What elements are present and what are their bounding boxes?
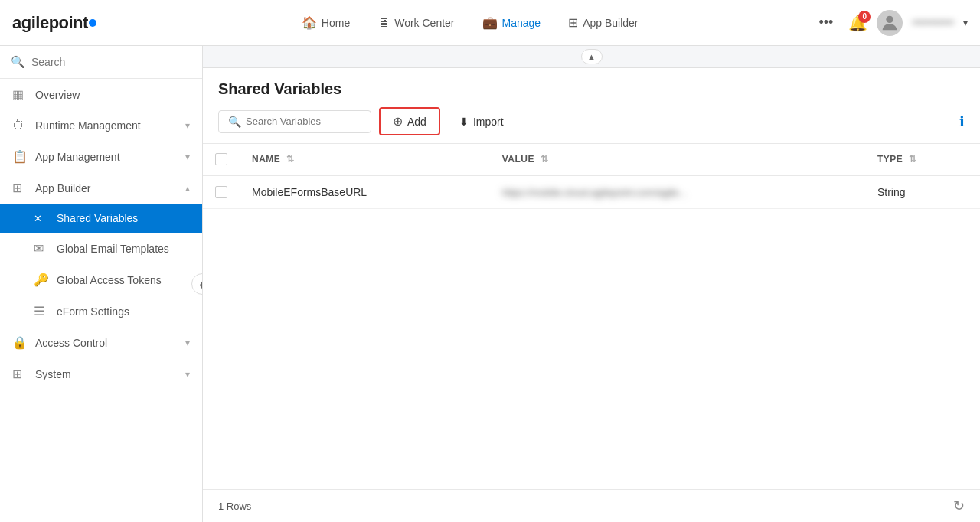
import-button-label: Import bbox=[473, 116, 504, 128]
access-tokens-icon: 🔑 bbox=[34, 272, 49, 287]
sidebar-item-shared-variables[interactable]: ✕ Shared Variables bbox=[0, 204, 202, 233]
user-name[interactable]: •••••••••••• bbox=[912, 17, 954, 28]
table-header-name: NAME ⇅ bbox=[240, 144, 490, 175]
sidebar-item-shared-variables-label: Shared Variables bbox=[57, 212, 190, 224]
variables-table: NAME ⇅ VALUE ⇅ TYPE ⇅ bbox=[203, 144, 980, 209]
notification-button[interactable]: 🔔 0 bbox=[848, 14, 867, 32]
app-layout: 🔍 ▦ Overview ⏱ Runtime Management ▾ 📋 Ap… bbox=[0, 46, 980, 522]
row-name-value: MobileEFormsBaseURL bbox=[252, 186, 367, 198]
access-control-icon: 🔒 bbox=[12, 335, 28, 350]
workcenter-icon: 🖥 bbox=[377, 16, 390, 30]
value-sort-icon[interactable]: ⇅ bbox=[541, 154, 549, 165]
overview-icon: ▦ bbox=[12, 87, 28, 102]
sidebar-item-email-templates-label: Global Email Templates bbox=[57, 243, 190, 255]
main-content: ▲ Shared Variables 🔍 ⊕ Add ⬇ Import ℹ bbox=[203, 46, 980, 522]
nav-items: 🏠 Home 🖥 Work Center 💼 Manage ⊞ App Buil… bbox=[127, 11, 813, 34]
select-all-checkbox[interactable] bbox=[215, 153, 227, 165]
sidebar-item-appmgmt-label: App Management bbox=[35, 151, 178, 163]
nav-manage[interactable]: 💼 Manage bbox=[472, 11, 552, 34]
add-button[interactable]: ⊕ Add bbox=[379, 107, 440, 135]
row-value-blurred: https://mobile.cloud.agilepoint.com/agil… bbox=[502, 187, 687, 198]
row-checkbox[interactable] bbox=[215, 186, 227, 198]
refresh-button[interactable]: ↻ bbox=[953, 498, 965, 514]
sidebar-item-app-builder[interactable]: ⊞ App Builder ▴ bbox=[0, 172, 202, 204]
runtime-expand-icon: ▾ bbox=[185, 120, 190, 131]
type-sort-icon[interactable]: ⇅ bbox=[909, 154, 917, 165]
import-icon: ⬇ bbox=[459, 116, 469, 128]
add-circle-icon: ⊕ bbox=[393, 114, 403, 129]
appbuilder-expand-icon: ▴ bbox=[185, 183, 190, 194]
system-icon: ⊞ bbox=[12, 367, 28, 381]
user-icon bbox=[879, 12, 900, 34]
import-button[interactable]: ⬇ Import bbox=[448, 109, 515, 134]
table-row: MobileEFormsBaseURL https://mobile.cloud… bbox=[203, 175, 980, 209]
collapse-bar: ▲ bbox=[203, 46, 980, 68]
search-box[interactable]: 🔍 bbox=[218, 110, 371, 133]
info-icon[interactable]: ℹ bbox=[959, 113, 965, 130]
nav-appbuilder[interactable]: ⊞ App Builder bbox=[557, 11, 648, 34]
appmgmt-expand-icon: ▾ bbox=[185, 152, 190, 162]
row-type-value: String bbox=[877, 186, 906, 198]
toolbar: 🔍 ⊕ Add ⬇ Import ℹ bbox=[218, 107, 965, 135]
sidebar-search-input[interactable] bbox=[31, 56, 191, 68]
sidebar-item-runtime-management[interactable]: ⏱ Runtime Management ▾ bbox=[0, 110, 202, 141]
sidebar-item-app-management[interactable]: 📋 App Management ▾ bbox=[0, 141, 202, 172]
sidebar-item-access-tokens-label: Global Access Tokens bbox=[57, 274, 190, 286]
svg-point-0 bbox=[887, 15, 893, 22]
logo-dot bbox=[89, 19, 96, 27]
manage-icon: 💼 bbox=[482, 15, 498, 30]
sidebar-item-system-label: System bbox=[35, 368, 178, 380]
nav-appbuilder-label: App Builder bbox=[583, 17, 638, 29]
rows-count: 1 Rows bbox=[218, 501, 251, 512]
page-title: Shared Variables bbox=[218, 80, 965, 98]
sidebar-search-container: 🔍 bbox=[0, 46, 202, 79]
access-control-expand-icon: ▾ bbox=[185, 338, 190, 348]
appbuilder-icon: ⊞ bbox=[568, 15, 578, 30]
row-type-cell: String bbox=[865, 175, 980, 209]
logo-text: agilepoint bbox=[12, 13, 88, 33]
runtime-icon: ⏱ bbox=[12, 119, 28, 132]
nav-home[interactable]: 🏠 Home bbox=[291, 11, 361, 34]
nav-workcenter[interactable]: 🖥 Work Center bbox=[367, 11, 465, 34]
avatar[interactable] bbox=[877, 10, 903, 36]
main-header: Shared Variables 🔍 ⊕ Add ⬇ Import ℹ bbox=[203, 68, 980, 144]
sidebar-item-global-access-tokens[interactable]: 🔑 Global Access Tokens bbox=[0, 264, 202, 295]
user-menu-chevron[interactable]: ▾ bbox=[963, 18, 968, 28]
nav-workcenter-label: Work Center bbox=[394, 17, 454, 29]
appbuilder-side-icon: ⊞ bbox=[12, 181, 28, 195]
name-sort-icon[interactable]: ⇅ bbox=[286, 154, 295, 165]
sidebar-item-eform-settings[interactable]: ☰ eForm Settings bbox=[0, 295, 202, 327]
row-value-cell: https://mobile.cloud.agilepoint.com/agil… bbox=[490, 175, 865, 209]
sidebar: 🔍 ▦ Overview ⏱ Runtime Management ▾ 📋 Ap… bbox=[0, 46, 203, 522]
sidebar-item-global-email-templates[interactable]: ✉ Global Email Templates bbox=[0, 233, 202, 264]
sidebar-item-eform-label: eForm Settings bbox=[57, 305, 190, 318]
collapse-chevron-button[interactable]: ▲ bbox=[581, 49, 603, 64]
logo[interactable]: agilepoint bbox=[12, 13, 96, 33]
system-expand-icon: ▾ bbox=[185, 369, 190, 380]
table-header-value: VALUE ⇅ bbox=[490, 144, 865, 175]
sidebar-item-access-control-label: Access Control bbox=[35, 337, 178, 349]
home-icon: 🏠 bbox=[302, 15, 317, 30]
table-header-checkbox[interactable] bbox=[203, 144, 240, 175]
sidebar-item-system[interactable]: ⊞ System ▾ bbox=[0, 358, 202, 390]
shared-vars-icon: ✕ bbox=[34, 213, 49, 224]
table-footer: 1 Rows ↻ bbox=[203, 489, 980, 522]
top-navigation: agilepoint 🏠 Home 🖥 Work Center 💼 Manage… bbox=[0, 0, 980, 46]
sidebar-item-access-control[interactable]: 🔒 Access Control ▾ bbox=[0, 327, 202, 358]
add-button-label: Add bbox=[407, 116, 426, 128]
sidebar-search-icon: 🔍 bbox=[11, 55, 25, 69]
table-header-type: TYPE ⇅ bbox=[865, 144, 980, 175]
nav-home-label: Home bbox=[322, 17, 350, 29]
sidebar-item-appbuilder-label: App Builder bbox=[35, 182, 178, 194]
row-checkbox-cell[interactable] bbox=[203, 175, 240, 209]
search-box-icon: 🔍 bbox=[228, 116, 241, 128]
more-options-button[interactable]: ••• bbox=[812, 11, 839, 34]
row-name-cell: MobileEFormsBaseURL bbox=[240, 175, 490, 209]
table-container: NAME ⇅ VALUE ⇅ TYPE ⇅ bbox=[203, 144, 980, 489]
nav-manage-label: Manage bbox=[502, 17, 541, 29]
search-variables-input[interactable] bbox=[246, 116, 361, 127]
sidebar-item-runtime-label: Runtime Management bbox=[35, 119, 178, 132]
nav-right: ••• 🔔 0 •••••••••••• ▾ bbox=[812, 10, 968, 36]
sidebar-item-overview[interactable]: ▦ Overview bbox=[0, 79, 202, 110]
sidebar-item-overview-label: Overview bbox=[35, 89, 190, 101]
